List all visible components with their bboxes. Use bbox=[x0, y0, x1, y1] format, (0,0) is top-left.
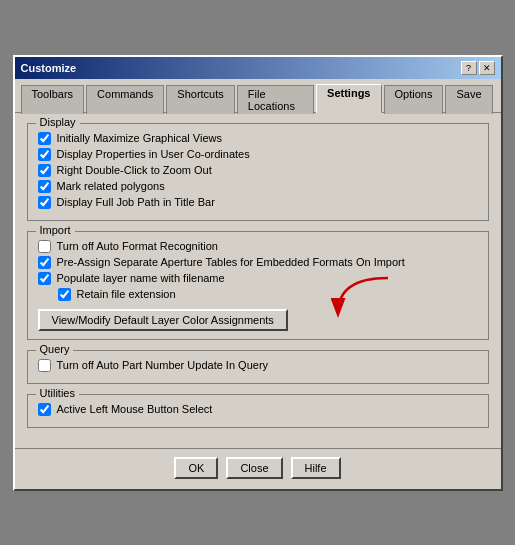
close-title-button[interactable]: ✕ bbox=[479, 61, 495, 75]
title-bar-buttons: ? ✕ bbox=[461, 61, 495, 75]
checkbox-job-path-label: Display Full Job Path in Title Bar bbox=[57, 196, 215, 208]
display-group-label: Display bbox=[36, 116, 80, 128]
checkbox-mouse-btn: Active Left Mouse Button Select bbox=[38, 403, 478, 416]
checkbox-properties-input[interactable] bbox=[38, 148, 51, 161]
checkbox-zoom-label: Right Double-Click to Zoom Out bbox=[57, 164, 212, 176]
checkbox-layer-name-input[interactable] bbox=[38, 272, 51, 285]
arrow-icon bbox=[318, 273, 398, 323]
checkbox-properties: Display Properties in User Co-ordinates bbox=[38, 148, 478, 161]
checkbox-auto-part: Turn off Auto Part Number Update In Quer… bbox=[38, 359, 478, 372]
hilfe-button[interactable]: Hilfe bbox=[291, 457, 341, 479]
checkbox-auto-part-label: Turn off Auto Part Number Update In Quer… bbox=[57, 359, 269, 371]
tab-toolbars[interactable]: Toolbars bbox=[21, 85, 85, 114]
close-button[interactable]: Close bbox=[226, 457, 282, 479]
tab-shortcuts[interactable]: Shortcuts bbox=[166, 85, 234, 114]
checkbox-aperture-input[interactable] bbox=[38, 256, 51, 269]
checkbox-polygons: Mark related polygons bbox=[38, 180, 478, 193]
checkbox-layer-name-label: Populate layer name with filename bbox=[57, 272, 225, 284]
checkbox-polygons-label: Mark related polygons bbox=[57, 180, 165, 192]
checkbox-auto-format: Turn off Auto Format Recognition bbox=[38, 240, 478, 253]
tab-bar: Toolbars Commands Shortcuts File Locatio… bbox=[15, 79, 501, 113]
display-group: Display Initially Maximize Graphical Vie… bbox=[27, 123, 489, 221]
tab-options[interactable]: Options bbox=[384, 85, 444, 114]
import-group: Import Turn off Auto Format Recognition … bbox=[27, 231, 489, 340]
view-modify-button[interactable]: View/Modify Default Layer Color Assignme… bbox=[38, 309, 288, 331]
utilities-group-label: Utilities bbox=[36, 387, 79, 399]
query-group: Query Turn off Auto Part Number Update I… bbox=[27, 350, 489, 384]
checkbox-auto-format-label: Turn off Auto Format Recognition bbox=[57, 240, 218, 252]
checkbox-polygons-input[interactable] bbox=[38, 180, 51, 193]
checkbox-layer-name: Populate layer name with filename bbox=[38, 272, 478, 285]
settings-content: Display Initially Maximize Graphical Vie… bbox=[15, 113, 501, 448]
checkbox-zoom: Right Double-Click to Zoom Out bbox=[38, 164, 478, 177]
title-bar: Customize ? ✕ bbox=[15, 57, 501, 79]
checkbox-auto-format-input[interactable] bbox=[38, 240, 51, 253]
tab-commands[interactable]: Commands bbox=[86, 85, 164, 114]
checkbox-aperture-label: Pre-Assign Separate Aperture Tables for … bbox=[57, 256, 405, 268]
checkbox-auto-part-input[interactable] bbox=[38, 359, 51, 372]
checkbox-maximize-label: Initially Maximize Graphical Views bbox=[57, 132, 222, 144]
checkbox-retain-ext-input[interactable] bbox=[58, 288, 71, 301]
tab-file-locations[interactable]: File Locations bbox=[237, 85, 314, 114]
checkbox-retain-ext-label: Retain file extension bbox=[77, 288, 176, 300]
query-group-label: Query bbox=[36, 343, 74, 355]
ok-button[interactable]: OK bbox=[174, 457, 218, 479]
checkbox-job-path-input[interactable] bbox=[38, 196, 51, 209]
utilities-group: Utilities Active Left Mouse Button Selec… bbox=[27, 394, 489, 428]
checkbox-aperture: Pre-Assign Separate Aperture Tables for … bbox=[38, 256, 478, 269]
checkbox-maximize-input[interactable] bbox=[38, 132, 51, 145]
window-title: Customize bbox=[21, 62, 77, 74]
checkbox-zoom-input[interactable] bbox=[38, 164, 51, 177]
color-assignments-row: View/Modify Default Layer Color Assignme… bbox=[38, 309, 478, 331]
checkbox-maximize: Initially Maximize Graphical Views bbox=[38, 132, 478, 145]
checkbox-retain-ext: Retain file extension bbox=[58, 288, 478, 301]
import-group-label: Import bbox=[36, 224, 75, 236]
tab-settings[interactable]: Settings bbox=[316, 84, 381, 113]
checkbox-properties-label: Display Properties in User Co-ordinates bbox=[57, 148, 250, 160]
tab-save[interactable]: Save bbox=[445, 85, 492, 114]
customize-window: Customize ? ✕ Toolbars Commands Shortcut… bbox=[13, 55, 503, 491]
checkbox-mouse-btn-label: Active Left Mouse Button Select bbox=[57, 403, 213, 415]
help-title-button[interactable]: ? bbox=[461, 61, 477, 75]
footer: OK Close Hilfe bbox=[15, 448, 501, 489]
checkbox-job-path: Display Full Job Path in Title Bar bbox=[38, 196, 478, 209]
checkbox-mouse-btn-input[interactable] bbox=[38, 403, 51, 416]
